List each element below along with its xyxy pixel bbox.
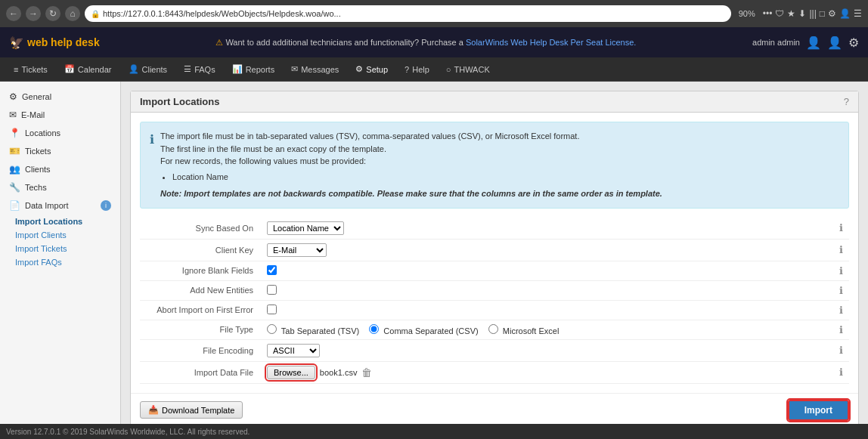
download-icon[interactable]: ⬇: [798, 8, 806, 19]
nav-faqs[interactable]: ☰ FAQs: [176, 61, 223, 77]
abort-info-icon[interactable]: ℹ: [839, 305, 843, 316]
abort-on-first-error-checkbox[interactable]: [267, 305, 277, 314]
required-field: Location Name: [172, 171, 662, 184]
zoom-level: 90%: [739, 9, 755, 18]
client-key-label: Client Key: [140, 239, 261, 261]
import-file-info-icon[interactable]: ℹ: [839, 366, 843, 378]
client-key-select[interactable]: E-Mail Username: [267, 243, 327, 257]
import-data-file-label: Import Data File: [140, 361, 261, 383]
file-type-label: File Type: [140, 320, 261, 339]
client-key-info-icon[interactable]: ℹ: [839, 244, 843, 255]
panel-note: Note: Import templates are not backwards…: [160, 187, 662, 200]
nav-messages[interactable]: ✉ Messages: [284, 61, 346, 77]
ignore-blank-info-icon[interactable]: ℹ: [839, 265, 843, 277]
home-button[interactable]: ⌂: [65, 6, 80, 21]
nav-bar: ≡ Tickets 📅 Calendar 👤 Clients ☰ FAQs 📊 …: [0, 57, 868, 82]
extensions-icon: |||: [809, 8, 816, 19]
client-key-control: E-Mail Username: [261, 239, 831, 261]
nav-thwack[interactable]: ○ THWACK: [439, 62, 498, 77]
app-header: 🦅 web help desk ⚠ Want to add additional…: [0, 27, 868, 57]
forward-button[interactable]: →: [26, 6, 41, 21]
settings-icon[interactable]: ⚙: [828, 8, 836, 19]
import-data-file-control: Browse... book1.csv 🗑: [261, 361, 831, 383]
messages-icon: ✉: [291, 64, 298, 74]
file-encoding-info-icon[interactable]: ℹ: [839, 345, 843, 356]
import-form: Sync Based On Location Name ID ℹ Client …: [140, 218, 849, 384]
admin-settings-icon[interactable]: ⚙: [848, 36, 859, 50]
reload-button[interactable]: ↻: [45, 6, 60, 21]
selected-file-name: book1.csv: [320, 368, 358, 377]
panel-body: ℹ The import file must be in tab-separat…: [131, 113, 858, 393]
file-encoding-select[interactable]: ASCII UTF-8 UTF-16: [267, 344, 320, 357]
user-icon[interactable]: 👤: [839, 8, 851, 19]
status-text: Version 12.7.0.1 © 2019 SolarWinds World…: [6, 428, 250, 436]
sidebar-sub-import-faqs[interactable]: Import FAQs: [0, 255, 120, 269]
sidebar-item-clients[interactable]: 👥 Clients: [0, 160, 120, 178]
address-bar[interactable]: 🔒 https://127.0.0.1:8443/helpdesk/WebObj…: [85, 5, 731, 22]
url-text: https://127.0.0.1:8443/helpdesk/WebObjec…: [103, 9, 341, 18]
sidebar-item-tickets[interactable]: 🎫 Tickets: [0, 142, 120, 160]
info-line2: The first line in the file must be an ex…: [160, 143, 662, 156]
ignore-blank-fields-control: [261, 261, 831, 280]
more-icon[interactable]: ☰: [854, 8, 862, 19]
sidebar-item-data-import[interactable]: 📄 Data Import i: [0, 196, 120, 215]
sidebar-item-locations[interactable]: 📍 Locations: [0, 124, 120, 142]
nav-calendar[interactable]: 📅 Calendar: [57, 61, 119, 77]
delete-file-icon[interactable]: 🗑: [361, 366, 372, 379]
ignore-blank-fields-checkbox[interactable]: [267, 265, 277, 275]
file-encoding-row: File Encoding ASCII UTF-8 UTF-16 ℹ: [140, 339, 849, 361]
main-layout: ⚙ General ✉ E-Mail 📍 Locations 🎫 Tickets…: [0, 82, 868, 424]
setup-icon: ⚙: [355, 64, 363, 74]
abort-on-first-error-control: [261, 300, 831, 320]
bookmark-icon[interactable]: ★: [787, 8, 795, 19]
calendar-icon: 📅: [64, 64, 75, 74]
sync-info-icon[interactable]: ℹ: [839, 222, 843, 233]
browser-actions: ••• 🛡 ★ ⬇ ||| □ ⚙ 👤 ☰: [763, 8, 862, 19]
file-type-tsv-radio[interactable]: [267, 324, 277, 334]
file-type-row: File Type Tab Separated (TSV) Comma Sepa…: [140, 320, 849, 339]
panel-title: Import Locations: [140, 96, 219, 107]
info-box: ℹ The import file must be in tab-separat…: [140, 122, 849, 209]
sidebar-sub-import-tickets[interactable]: Import Tickets: [0, 242, 120, 255]
abort-on-first-error-row: Abort Import on First Error ℹ: [140, 300, 849, 320]
back-button[interactable]: ←: [6, 6, 21, 21]
nav-reports[interactable]: 📊 Reports: [225, 61, 283, 77]
file-type-info-icon[interactable]: ℹ: [839, 324, 843, 335]
status-bar: Version 12.7.0.1 © 2019 SolarWinds World…: [0, 424, 868, 439]
sidebar-sub-import-locations[interactable]: Import Locations: [0, 215, 120, 228]
faqs-icon: ☰: [184, 64, 191, 74]
download-template-icon: 📥: [148, 405, 159, 415]
purchase-link[interactable]: SolarWinds Web Help Desk Per Seat Licens…: [466, 38, 636, 47]
download-template-button[interactable]: 📥 Download Template: [140, 401, 243, 419]
clients-icon: 👤: [129, 64, 139, 74]
sidebar-sub-import-clients[interactable]: Import Clients: [0, 228, 120, 242]
sidebar-item-general[interactable]: ⚙ General: [0, 88, 120, 106]
sync-based-on-select[interactable]: Location Name ID: [267, 221, 344, 235]
admin-profile-icon[interactable]: 👤: [827, 36, 842, 50]
data-import-badge: i: [101, 200, 111, 211]
screen-icon: □: [820, 8, 825, 19]
nav-tickets[interactable]: ≡ Tickets: [6, 62, 55, 77]
nav-help[interactable]: ? Help: [397, 62, 437, 77]
menu-dots[interactable]: •••: [763, 8, 773, 19]
nav-setup[interactable]: ⚙ Setup: [348, 61, 395, 77]
add-new-entities-checkbox[interactable]: [267, 285, 277, 295]
help-icon: ?: [405, 65, 409, 74]
add-new-info-icon[interactable]: ℹ: [839, 285, 843, 296]
panel-help-icon[interactable]: ?: [844, 96, 849, 107]
sidebar-item-email[interactable]: ✉ E-Mail: [0, 106, 120, 124]
tickets-icon: ≡: [14, 65, 18, 74]
sidebar-item-techs[interactable]: 🔧 Techs: [0, 178, 120, 196]
nav-clients[interactable]: 👤 Clients: [121, 61, 175, 77]
file-encoding-label: File Encoding: [140, 339, 261, 361]
browse-button[interactable]: Browse...: [267, 366, 315, 379]
import-button[interactable]: Import: [788, 400, 849, 421]
file-type-excel-radio[interactable]: [488, 324, 498, 334]
file-type-control: Tab Separated (TSV) Comma Separated (CSV…: [261, 320, 831, 339]
abort-on-first-error-label: Abort Import on First Error: [140, 300, 261, 320]
sync-based-on-label: Sync Based On: [140, 218, 261, 240]
admin-label: admin admin: [752, 38, 800, 47]
import-locations-panel: Import Locations ? ℹ The import file mus…: [130, 91, 859, 424]
ignore-blank-fields-row: Ignore Blank Fields ℹ: [140, 261, 849, 280]
file-type-csv-radio[interactable]: [369, 324, 379, 334]
